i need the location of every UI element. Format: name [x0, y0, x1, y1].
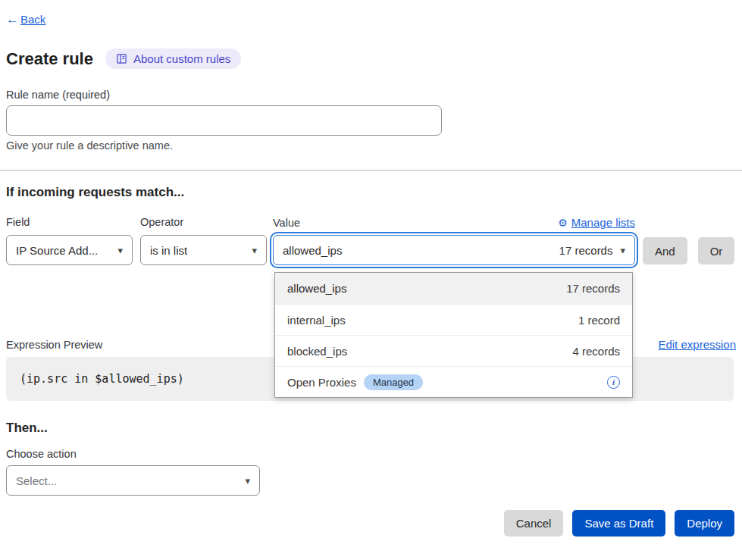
- value-select[interactable]: allowed_ips 17 records ▾: [273, 235, 635, 265]
- gear-icon: ⚙: [558, 217, 568, 229]
- dropdown-item-internal-ips[interactable]: internal_ips 1 record: [275, 304, 632, 335]
- list-name: Open Proxies: [287, 376, 356, 389]
- choose-action-label: Choose action: [6, 448, 736, 460]
- title-row: Create rule About custom rules: [6, 48, 736, 69]
- rule-name-label: Rule name (required): [6, 89, 736, 101]
- dropdown-item-open-proxies[interactable]: Open Proxies Managed i: [275, 366, 632, 397]
- back-link[interactable]: ←Back: [6, 13, 45, 26]
- and-button[interactable]: And: [643, 237, 687, 264]
- field-label: Field: [6, 216, 133, 230]
- manage-lists-label: Manage lists: [571, 216, 635, 229]
- or-button[interactable]: Or: [698, 237, 735, 264]
- value-select-wrap: allowed_ips 17 records ▾ allowed_ips 17 …: [273, 230, 635, 265]
- deploy-button[interactable]: Deploy: [675, 510, 734, 537]
- action-select[interactable]: Select... ▾: [6, 465, 260, 496]
- chevron-down-icon: ▾: [252, 245, 257, 256]
- list-records: 1 record: [578, 314, 620, 327]
- info-icon[interactable]: i: [607, 376, 620, 389]
- edit-expression-link[interactable]: Edit expression: [658, 338, 736, 351]
- action-select-placeholder: Select...: [16, 474, 57, 487]
- footer-actions: Cancel Save as Draft Deploy: [6, 510, 736, 537]
- value-dropdown-panel: allowed_ips 17 records internal_ips 1 re…: [274, 272, 633, 398]
- dropdown-item-allowed-ips[interactable]: allowed_ips 17 records: [275, 273, 632, 304]
- section-divider: [0, 170, 742, 171]
- value-select-records: 17 records: [559, 244, 613, 257]
- save-as-draft-button[interactable]: Save as Draft: [572, 510, 665, 537]
- page-title: Create rule: [6, 49, 93, 69]
- chevron-down-icon: ▾: [117, 245, 123, 256]
- expression-code: (ip.src in $allowed_ips): [20, 372, 184, 386]
- andor-buttons: And Or: [643, 216, 734, 264]
- field-select-value: IP Source Add...: [16, 244, 98, 257]
- cancel-button[interactable]: Cancel: [504, 510, 564, 537]
- operator-select-value: is in list: [150, 244, 187, 257]
- value-select-value: allowed_ips: [283, 244, 342, 257]
- condition-row: Field IP Source Add... ▾ Operator is in …: [6, 216, 736, 265]
- dropdown-item-blocked-ips[interactable]: blocked_ips 4 records: [275, 335, 632, 366]
- chevron-down-icon: ▾: [620, 245, 625, 256]
- operator-select[interactable]: is in list ▾: [140, 235, 267, 265]
- list-name: internal_ips: [287, 314, 346, 327]
- match-section-heading: If incoming requests match...: [6, 185, 736, 200]
- operator-label: Operator: [140, 216, 267, 230]
- expression-preview-label: Expression Preview: [6, 339, 102, 351]
- list-records: 17 records: [566, 282, 620, 295]
- back-row: ←Back: [6, 12, 736, 27]
- back-arrow-icon: ←: [6, 12, 19, 27]
- list-name: blocked_ips: [287, 345, 347, 358]
- back-link-label: Back: [20, 13, 45, 26]
- chevron-down-icon: ▾: [245, 475, 250, 486]
- edit-expression-label: Edit expression: [658, 338, 736, 351]
- list-name: allowed_ips: [287, 282, 346, 295]
- about-custom-rules-link[interactable]: About custom rules: [105, 48, 241, 69]
- manage-lists-link[interactable]: ⚙Manage lists: [558, 216, 635, 229]
- then-section-heading: Then...: [6, 421, 736, 436]
- managed-badge: Managed: [364, 374, 423, 390]
- value-label: Value: [273, 217, 300, 230]
- about-badge-label: About custom rules: [133, 52, 230, 65]
- book-icon: [116, 53, 127, 64]
- rule-name-input[interactable]: [6, 105, 442, 136]
- field-select[interactable]: IP Source Add... ▾: [6, 235, 133, 265]
- create-rule-page: ←Back Create rule About custom rules Rul…: [0, 0, 742, 537]
- list-records: 4 records: [572, 345, 620, 358]
- rule-name-helper: Give your rule a descriptive name.: [6, 139, 736, 152]
